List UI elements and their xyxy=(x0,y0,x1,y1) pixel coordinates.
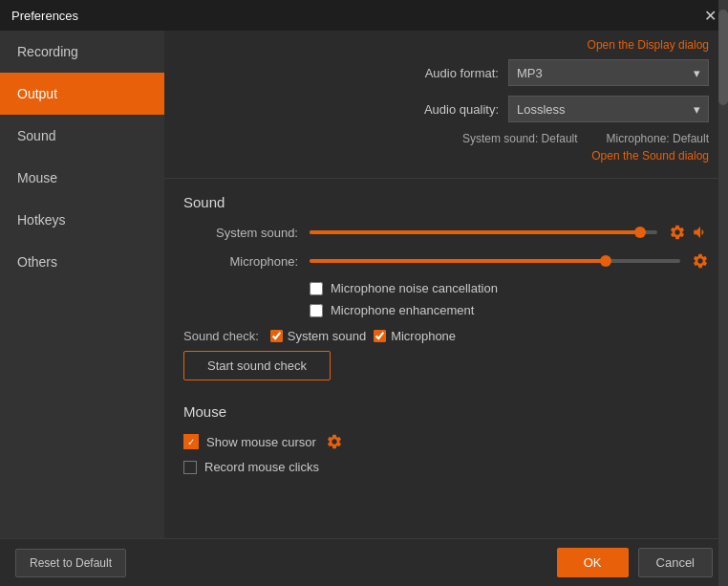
system-sound-check: System sound xyxy=(270,329,366,343)
sound-check-label: Sound check: xyxy=(183,329,259,343)
chevron-down-icon: ▾ xyxy=(694,102,700,117)
footer: Reset to Default OK Cancel xyxy=(0,538,728,586)
gear-icon[interactable] xyxy=(669,224,686,241)
main-content: Recording Output Sound Mouse Hotkeys Oth… xyxy=(0,31,728,538)
audio-quality-value: Lossless xyxy=(517,102,566,117)
close-button[interactable]: ✕ xyxy=(704,7,717,25)
noise-cancellation-row: Microphone noise cancellation xyxy=(310,281,709,295)
microphone-check: Microphone xyxy=(374,329,456,343)
reset-to-default-button[interactable]: Reset to Default xyxy=(15,549,126,577)
microphone-check-checkbox[interactable] xyxy=(374,330,386,342)
audio-quality-row: Audio quality: Lossless ▾ xyxy=(193,96,709,122)
mouse-section: Mouse ✓ Show mouse cursor Record mouse c… xyxy=(164,398,728,493)
scrollbar-thumb[interactable] xyxy=(718,31,728,105)
enhancement-checkbox[interactable] xyxy=(310,304,323,317)
scrollbar[interactable] xyxy=(718,31,728,538)
record-clicks-label: Record mouse clicks xyxy=(204,460,319,474)
show-cursor-row: ✓ Show mouse cursor xyxy=(183,433,709,450)
microphone-slider-label: Microphone: xyxy=(183,254,298,269)
show-cursor-gear-icon[interactable] xyxy=(326,433,343,450)
sound-check-row: Sound check: System sound Microphone xyxy=(183,329,709,343)
sidebar-item-output[interactable]: Output xyxy=(0,73,164,115)
gear-icon[interactable] xyxy=(692,252,709,270)
audio-format-row: Audio format: MP3 ▾ xyxy=(193,59,709,86)
audio-quality-label: Audio quality: xyxy=(424,102,499,117)
sidebar-item-sound[interactable]: Sound xyxy=(0,115,164,157)
show-cursor-checkbox-icon[interactable]: ✓ xyxy=(183,434,199,449)
enhancement-label: Microphone enhancement xyxy=(331,303,474,317)
microphone-slider[interactable] xyxy=(310,259,680,263)
system-sound-slider[interactable] xyxy=(310,230,657,234)
status-row: System sound: Default Microphone: Defaul… xyxy=(193,132,709,145)
record-clicks-row: Record mouse clicks xyxy=(183,460,709,474)
open-sound-dialog-link[interactable]: Open the Sound dialog xyxy=(193,149,709,163)
open-display-dialog-link[interactable]: Open the Display dialog xyxy=(193,38,709,52)
sound-section-title: Sound xyxy=(183,194,709,210)
system-sound-slider-row: System sound: xyxy=(183,224,709,241)
record-clicks-checkbox-icon[interactable] xyxy=(183,461,197,474)
noise-cancellation-checkbox[interactable] xyxy=(310,282,323,295)
microphone-slider-row: Microphone: xyxy=(183,252,709,270)
sidebar-item-recording[interactable]: Recording xyxy=(0,31,164,73)
enhancement-row: Microphone enhancement xyxy=(310,303,709,317)
cancel-button[interactable]: Cancel xyxy=(638,548,713,577)
content-area: Open the Display dialog Audio format: MP… xyxy=(164,31,728,538)
system-sound-check-label: System sound xyxy=(288,329,366,343)
footer-action-buttons: OK Cancel xyxy=(557,548,713,577)
sidebar-item-hotkeys[interactable]: Hotkeys xyxy=(0,199,164,241)
window-title: Preferences xyxy=(11,9,78,23)
system-sound-check-checkbox[interactable] xyxy=(270,330,283,342)
audio-format-label: Audio format: xyxy=(425,66,499,80)
sidebar: Recording Output Sound Mouse Hotkeys Oth… xyxy=(0,31,164,538)
titlebar: Preferences ✕ xyxy=(0,0,728,31)
sound-section: Sound System sound: xyxy=(164,179,728,398)
ok-button[interactable]: OK xyxy=(557,548,629,577)
system-sound-slider-label: System sound: xyxy=(183,226,298,240)
sidebar-item-mouse[interactable]: Mouse xyxy=(0,157,164,199)
chevron-down-icon: ▾ xyxy=(694,66,700,80)
show-cursor-label: Show mouse cursor xyxy=(206,435,316,449)
system-sound-status: System sound: Default xyxy=(462,132,578,145)
output-section: Open the Display dialog Audio format: MP… xyxy=(164,31,728,179)
start-sound-check-button[interactable]: Start sound check xyxy=(183,351,331,380)
audio-format-select[interactable]: MP3 ▾ xyxy=(508,59,709,86)
microphone-check-label: Microphone xyxy=(391,329,456,343)
microphone-status: Microphone: Default xyxy=(607,132,709,145)
preferences-window: Preferences ✕ Recording Output Sound Mou… xyxy=(0,0,728,586)
audio-quality-select[interactable]: Lossless ▾ xyxy=(508,96,709,122)
speaker-icon[interactable] xyxy=(692,224,709,241)
audio-format-value: MP3 xyxy=(517,66,543,80)
noise-cancellation-label: Microphone noise cancellation xyxy=(331,281,498,295)
mouse-section-title: Mouse xyxy=(183,403,709,420)
sidebar-item-others[interactable]: Others xyxy=(0,241,164,283)
